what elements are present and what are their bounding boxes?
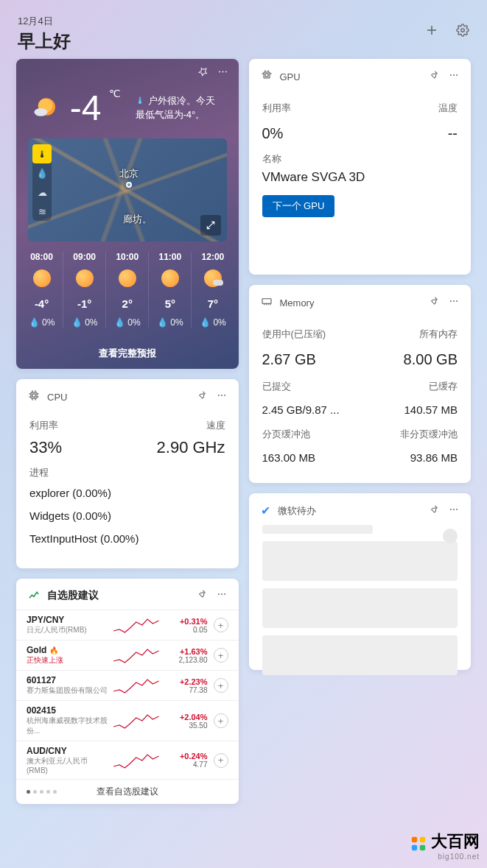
stock-sparkline — [113, 645, 159, 666]
gpu-chip-icon — [261, 69, 273, 84]
weather-description: 🌡户外很冷。今天最低气温为-4°。 — [136, 94, 224, 121]
pin-icon[interactable] — [196, 589, 206, 602]
hour-humidity: 💧 0% — [63, 317, 105, 328]
more-icon[interactable] — [217, 66, 228, 80]
svg-point-39 — [450, 300, 452, 302]
todo-skeleton-item — [262, 635, 458, 675]
cpu-process-item: explorer (0.00%) — [29, 487, 225, 499]
stock-row[interactable]: 002415杭州海康威视数字技术股份...+2.04%35.50+ — [16, 700, 239, 741]
hour-weather-icon — [76, 269, 94, 287]
todo-skeleton — [262, 525, 374, 534]
weather-temp: -4 — [70, 88, 102, 128]
svg-rect-45 — [411, 837, 416, 842]
mem-nonpaged-label: 非分页缓冲池 — [400, 428, 458, 441]
stock-row[interactable]: 601127赛力斯集团股份有限公司+2.23%77.38+ — [16, 670, 239, 700]
cpu-card: CPU 利用率 速度 33% 2.90 GHz 进程 explorer (0.0… — [16, 379, 239, 568]
weather-forecast-link[interactable]: 查看完整预报 — [16, 338, 239, 369]
stock-price: 77.38 — [165, 686, 208, 694]
map-tab-precip[interactable]: 💧 — [32, 163, 52, 183]
stock-sparkline — [113, 615, 159, 635]
gpu-name-label: 名称 — [262, 152, 458, 166]
stock-name: AUD/CNY — [27, 746, 108, 756]
map-layer-tabs[interactable]: 🌡 💧 ☁ ≋ — [32, 144, 52, 221]
stock-pct: +2.04% — [165, 713, 208, 721]
hour-weather-icon — [161, 269, 179, 287]
stocks-pager[interactable] — [27, 790, 77, 794]
next-gpu-button[interactable]: 下一个 GPU — [262, 195, 335, 217]
hour-time: 12:00 — [192, 252, 234, 262]
mem-nonpaged-value: 93.86 MB — [410, 451, 458, 464]
header-date: 12月4日 — [18, 15, 71, 28]
more-icon[interactable] — [217, 390, 227, 403]
stock-add-button[interactable]: + — [214, 648, 228, 663]
svg-point-22 — [217, 593, 219, 595]
svg-point-23 — [221, 593, 223, 595]
stock-sub: 日元/人民币(RMB) — [27, 625, 108, 635]
todo-skeleton-item — [262, 541, 458, 581]
weather-sun-cloud-icon — [31, 91, 63, 126]
memory-title: Memory — [280, 297, 421, 308]
stock-sub: 澳大利亚元/人民币(RMB) — [27, 756, 108, 775]
hour-weather-icon — [119, 269, 136, 287]
cpu-title: CPU — [47, 392, 189, 403]
settings-button[interactable] — [456, 24, 469, 37]
pin-icon[interactable] — [197, 66, 209, 80]
gpu-temp-value: -- — [448, 125, 458, 142]
weather-hour: 11:005°💧 0% — [149, 252, 192, 328]
svg-point-20 — [221, 395, 223, 396]
pin-icon[interactable] — [428, 504, 438, 518]
map-tab-wind[interactable]: ≋ — [32, 202, 52, 221]
svg-point-21 — [224, 395, 225, 396]
more-icon[interactable] — [449, 504, 459, 518]
stock-row[interactable]: JPY/CNY日元/人民币(RMB)+0.31%0.05+ — [16, 610, 239, 640]
header-greeting: 早上好 — [18, 29, 71, 53]
hour-temp: -1° — [63, 297, 105, 310]
todo-skeleton-avatar — [443, 529, 458, 543]
svg-rect-25 — [264, 72, 270, 78]
stocks-link[interactable]: 查看自选股建议 — [77, 786, 178, 798]
stock-row[interactable]: AUD/CNY澳大利亚元/人民币(RMB)+0.24%4.77+ — [16, 741, 239, 779]
pin-icon[interactable] — [428, 70, 438, 83]
hour-temp: 2° — [106, 297, 148, 310]
svg-point-43 — [453, 509, 455, 510]
weather-unit: ℃ — [109, 88, 121, 99]
svg-rect-47 — [411, 845, 416, 850]
mem-used-label: 使用中(已压缩) — [262, 328, 326, 341]
map-tab-cloud[interactable]: ☁ — [32, 183, 52, 202]
stock-add-button[interactable]: + — [214, 678, 228, 693]
todo-title: 微软待办 — [278, 504, 421, 518]
stock-name: JPY/CNY — [27, 615, 108, 625]
svg-point-5 — [225, 71, 226, 73]
stock-price: 2,123.80 — [165, 656, 208, 664]
hour-weather-icon — [204, 269, 222, 287]
more-icon[interactable] — [449, 296, 459, 309]
map-expand-button[interactable] — [200, 215, 221, 236]
mem-cached-label: 已缓存 — [429, 380, 458, 393]
mem-commit-label: 已提交 — [262, 380, 291, 393]
stock-add-button[interactable]: + — [214, 753, 228, 768]
weather-hour: 10:002°💧 0% — [106, 252, 149, 328]
cpu-process-item: TextInputHost (0.00%) — [29, 532, 225, 545]
more-icon[interactable] — [217, 589, 227, 602]
cpu-util-label: 利用率 — [29, 419, 58, 432]
svg-point-33 — [456, 74, 458, 76]
pin-icon[interactable] — [196, 390, 206, 403]
svg-point-24 — [224, 593, 225, 595]
hour-temp: 5° — [149, 297, 191, 310]
mem-cached-value: 140.57 MB — [404, 403, 458, 416]
memory-icon — [261, 295, 273, 310]
pin-icon[interactable] — [428, 296, 438, 309]
weather-map[interactable]: 🌡 💧 ☁ ≋ 北京 廊坊。 — [28, 138, 227, 241]
stock-add-button[interactable]: + — [214, 713, 228, 728]
svg-rect-46 — [419, 837, 424, 842]
stock-row[interactable]: Gold 🔥正快速上涨+1.63%2,123.80+ — [16, 640, 239, 670]
more-icon[interactable] — [449, 70, 459, 83]
map-tab-temp[interactable]: 🌡 — [32, 144, 52, 163]
stock-sparkline — [113, 675, 159, 696]
svg-rect-34 — [262, 299, 271, 304]
stock-add-button[interactable]: + — [214, 618, 228, 632]
todo-check-icon: ✔ — [261, 504, 270, 518]
map-city-langfang: 廊坊。 — [123, 213, 152, 226]
cpu-chip-icon — [28, 389, 40, 404]
add-widget-button[interactable] — [425, 24, 438, 37]
